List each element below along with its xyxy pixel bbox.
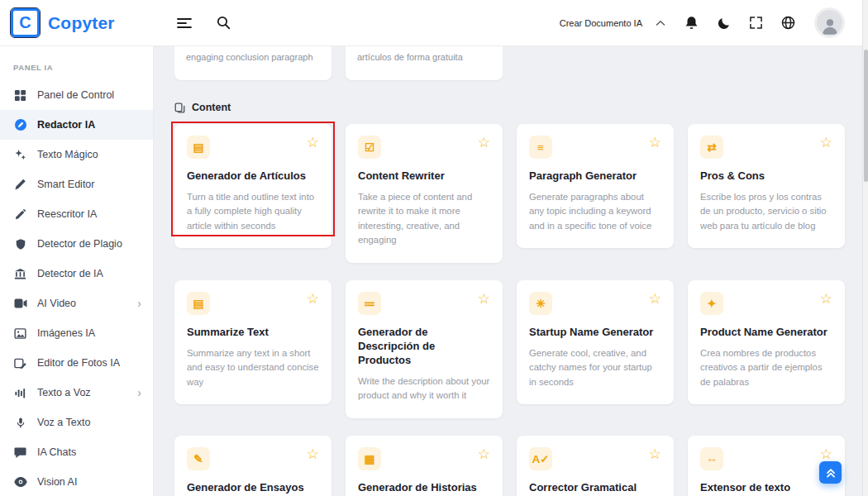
bell-icon[interactable] [684, 16, 699, 31]
card-description: Generate paragraphs about any topic incl… [529, 190, 661, 234]
card-product-name-generator[interactable]: ✦ ☆ Product Name Generator Crea nombres … [688, 280, 845, 404]
card-description: Take a piece of content and rewrite it t… [358, 190, 490, 248]
sidebar-item-redactor-ia[interactable]: Redactor IA [0, 110, 153, 140]
favorite-star-icon[interactable]: ☆ [478, 136, 490, 150]
sidebar-item-voz-a-texto[interactable]: Voz a Texto [0, 408, 153, 437]
card-title: Pros & Cons [700, 169, 832, 184]
favorite-star-icon[interactable]: ☆ [307, 292, 319, 306]
brand-logo-letter: C [19, 13, 31, 32]
sidebar-item-label: Vision AI [37, 476, 77, 488]
card-title: Corrector Gramatical [529, 481, 661, 495]
sidebar-item-ai-video[interactable]: AI Video › [0, 289, 153, 318]
favorite-star-icon[interactable]: ☆ [820, 136, 832, 150]
brand-name: Copyter [48, 13, 115, 33]
topbar-left-actions [177, 16, 231, 30]
resize-icon[interactable] [750, 17, 762, 29]
favorite-star-icon[interactable]: ☆ [649, 292, 661, 306]
sidebar-item-detector-de-plagio[interactable]: Detector de Plagio [0, 229, 153, 259]
document-icon: ▤ [187, 136, 210, 159]
eye-icon [13, 477, 27, 487]
card-generador-de-descripcion-de-productos[interactable]: ≔ ☆ Generador de Descripción de Producto… [346, 280, 503, 418]
writer-badge-icon [13, 118, 27, 131]
sidebar-item-editor-de-fotos-ia[interactable]: Editor de Fotos IA [0, 348, 153, 378]
favorite-star-icon[interactable]: ☆ [649, 447, 661, 461]
chevron-right-icon: › [137, 298, 141, 309]
spark-icon: ✳ [529, 292, 552, 315]
pencil-icon: ✎ [187, 447, 210, 470]
topbar-right-actions: Crear Documento IA [560, 7, 868, 38]
sidebar-item-reescritor-ia[interactable]: Reescritor IA [0, 199, 153, 229]
chat-bubble-icon [13, 446, 27, 459]
sidebar: PANEL IA Panel de Control Redactor IA Te… [0, 46, 154, 496]
tool-card-partial[interactable]: artículos de forma gratuita [346, 46, 503, 80]
building-icon: ▦ [358, 447, 381, 470]
sidebar-item-detector-de-ia[interactable]: Detector de IA [0, 259, 153, 289]
sidebar-item-ia-chats[interactable]: IA Chats [0, 437, 153, 467]
card-corrector-gramatical[interactable]: A✓ ☆ Corrector Gramatical Asegúrese de q… [517, 436, 674, 496]
search-icon[interactable] [217, 16, 231, 30]
card-description: Turn a title and outline text into a ful… [187, 190, 319, 234]
card-title: Product Name Generator [700, 326, 832, 340]
main-content: engaging conclusion paragraph artículos … [154, 46, 868, 496]
card-generador-de-articulos[interactable]: ▤ ☆ Generador de Artículos Turn a title … [174, 124, 331, 248]
document-icon: ▤ [187, 292, 210, 315]
sidebar-item-label: Detector de IA [37, 268, 103, 279]
sidebar-item-texto-a-voz[interactable]: Texto a Voz › [0, 378, 153, 408]
favorite-star-icon[interactable]: ☆ [820, 447, 832, 461]
scrollbar-thumb[interactable] [864, 50, 868, 182]
card-description: Write the description about your product… [358, 374, 490, 403]
avatar[interactable] [814, 7, 845, 38]
favorite-star-icon[interactable]: ☆ [307, 136, 319, 150]
list-icon: ≡ [529, 136, 552, 159]
globe-icon[interactable] [781, 16, 795, 30]
card-title: Generador de Historias [358, 481, 490, 495]
sidebar-item-panel-de-control[interactable]: Panel de Control [0, 80, 153, 110]
tools-grid: ▤ ☆ Generador de Artículos Turn a title … [174, 124, 868, 496]
card-pros-cons[interactable]: ⇄ ☆ Pros & Cons Escribe los pros y los c… [688, 124, 845, 248]
sidebar-item-label: Panel de Control [37, 89, 114, 101]
moon-icon[interactable] [718, 17, 731, 30]
sidebar-item-texto-magico[interactable]: Texto Mágico [0, 140, 153, 169]
sidebar-item-label: Detector de Plagio [37, 238, 122, 250]
expand-icon: ↔ [700, 447, 723, 470]
favorite-star-icon[interactable]: ☆ [478, 447, 490, 461]
sidebar-item-vision-ai[interactable]: Vision AI [0, 467, 153, 496]
video-icon [13, 298, 27, 309]
scroll-to-top-button[interactable] [819, 461, 842, 484]
create-document-label: Crear Documento IA [560, 18, 642, 28]
favorite-star-icon[interactable]: ☆ [820, 292, 832, 306]
chevron-up-icon[interactable] [656, 20, 665, 26]
card-summarize-text[interactable]: ▤ ☆ Summarize Text Summarize any text in… [174, 280, 331, 404]
card-content-rewriter[interactable]: ☑ ☆ Content Rewriter Take a piece of con… [346, 124, 503, 263]
window-scrollbar[interactable] [862, 0, 868, 496]
checkbox-icon: ☑ [358, 136, 381, 159]
favorite-star-icon[interactable]: ☆ [478, 292, 490, 306]
create-document-dropdown[interactable]: Crear Documento IA [560, 18, 665, 28]
favorite-star-icon[interactable]: ☆ [307, 447, 319, 461]
sidebar-item-label: Texto a Voz [37, 387, 91, 398]
card-generador-de-ensayos[interactable]: ✎ ☆ Generador de Ensayos Crea ensayos ac… [174, 436, 331, 496]
menu-icon[interactable] [177, 17, 192, 29]
photo-editor-icon [13, 357, 27, 370]
sidebar-item-label: Smart Editor [37, 179, 94, 190]
sidebar-item-imagenes-ia[interactable]: Imágenes IA [0, 318, 153, 348]
content-section-icon [174, 103, 185, 113]
shield-icon [13, 238, 27, 250]
card-description: engaging conclusion paragraph [186, 52, 313, 62]
sidebar-item-smart-editor[interactable]: Smart Editor [0, 169, 153, 199]
card-startup-name-generator[interactable]: ✳ ☆ Startup Name Generator Generate cool… [517, 280, 674, 404]
brand[interactable]: C Copyter [0, 8, 154, 37]
arrows-icon: ⇄ [700, 136, 723, 159]
tool-card-partial[interactable]: engaging conclusion paragraph [174, 46, 331, 80]
card-paragraph-generator[interactable]: ≡ ☆ Paragraph Generator Generate paragra… [517, 124, 674, 248]
brand-logo: C [11, 8, 40, 37]
sidebar-item-label: Texto Mágico [37, 149, 98, 160]
favorite-star-icon[interactable]: ☆ [649, 136, 661, 150]
card-generador-de-historias[interactable]: ▦ ☆ Generador de Historias Permita que l… [346, 436, 503, 496]
card-title: Generador de Artículos [187, 169, 319, 184]
sidebar-item-label: Voz a Texto [37, 417, 90, 428]
list-icon: ≔ [358, 292, 381, 315]
card-description: Escribe los pros y los contras de un pro… [700, 190, 832, 234]
grid-icon [13, 89, 27, 102]
tag-icon: ✦ [700, 292, 723, 315]
